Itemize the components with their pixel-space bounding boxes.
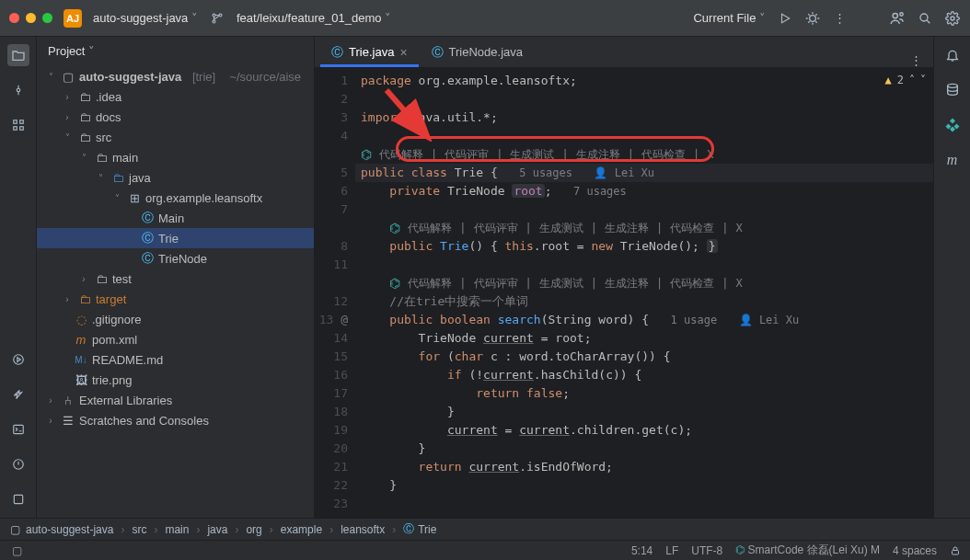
git-tool-icon[interactable] [7, 349, 29, 371]
tab-trienode[interactable]: Ⓒ TrieNode.java [421, 40, 534, 67]
commit-tool-icon[interactable] [7, 79, 29, 101]
warning-icon: ▲ [885, 74, 892, 86]
structure-tool-icon[interactable] [7, 114, 29, 136]
module-icon: ▢ [61, 69, 75, 84]
gutter: 1234 567 811 12 13 @ 14151617 18192021 2… [315, 68, 355, 518]
code-lens[interactable]: ⌬代码解释|代码评审|生成测试|生成注释|代码检查|X [361, 145, 715, 164]
readonly-lock-icon[interactable] [950, 545, 961, 556]
tree-item-idea[interactable]: .idea [96, 90, 121, 104]
run-config-selector[interactable]: Current File [693, 11, 766, 25]
indent-status[interactable]: 4 spaces [893, 544, 937, 557]
tree-root-path: ~/source/aise [229, 70, 301, 84]
smartcode-status[interactable]: SmartCode 徐磊(Lei Xu) M [748, 543, 880, 556]
tree-item-main-class[interactable]: Main [158, 211, 184, 225]
tree-root-tag: [trie] [192, 70, 215, 84]
smartcode-icon: ⌬ [361, 145, 372, 164]
more-icon[interactable]: ⋮ [832, 10, 849, 27]
svg-point-6 [900, 12, 903, 15]
class-icon: Ⓒ [140, 231, 155, 246]
search-icon[interactable] [917, 10, 933, 27]
crumb[interactable]: example [281, 523, 322, 536]
project-pane-title[interactable]: Project [48, 44, 95, 58]
svg-rect-18 [14, 495, 22, 503]
excluded-folder-icon: 🗀 [77, 291, 92, 306]
crumb[interactable]: main [165, 523, 189, 536]
crumb[interactable]: java [207, 523, 227, 536]
svg-point-1 [213, 20, 215, 23]
chevron-down-icon[interactable]: ˅ [920, 74, 926, 86]
problems-tool-icon[interactable] [7, 453, 29, 475]
folder-icon: 🗀 [94, 150, 109, 165]
tree-item-pom[interactable]: pom.xml [92, 333, 137, 347]
crumb[interactable]: src [132, 523, 146, 536]
project-tool-icon[interactable] [7, 44, 29, 66]
window-close[interactable] [9, 13, 19, 23]
debug-icon[interactable] [804, 10, 821, 27]
line-separator[interactable]: LF [665, 544, 678, 557]
tree-item-src[interactable]: src [96, 131, 111, 144]
tree-item-pkg[interactable]: org.example.leansoftx [145, 191, 262, 205]
image-icon: 🖼 [74, 372, 88, 387]
tree-item-readme[interactable]: README.md [92, 353, 163, 367]
class-icon: Ⓒ [432, 44, 444, 61]
show-toolwindows-icon[interactable]: ▢ [9, 543, 24, 558]
code-with-me-icon[interactable] [889, 10, 906, 27]
class-icon: Ⓒ [140, 211, 155, 225]
project-tree[interactable]: ˅▢ auto-suggest-java [trie] ~/source/ais… [37, 64, 314, 518]
tree-item-docs[interactable]: docs [96, 110, 121, 124]
window-maximize[interactable] [42, 13, 52, 23]
tree-root-name[interactable]: auto-suggest-java [79, 70, 181, 84]
folder-icon: 🗀 [77, 89, 92, 104]
smartcode-tool-icon[interactable] [941, 114, 964, 136]
window-minimize[interactable] [26, 13, 36, 23]
project-selector[interactable]: auto-suggest-java [93, 11, 198, 25]
tree-item-gitignore[interactable]: .gitignore [92, 313, 141, 326]
build-tool-icon[interactable] [7, 383, 29, 406]
breadcrumb[interactable]: ▢ auto-suggest-java src main java org ex… [0, 518, 970, 540]
close-tab-icon[interactable]: × [399, 45, 407, 60]
tree-item-trie-class[interactable]: Trie [158, 232, 179, 246]
code-lens[interactable]: ⌬代码解释|代码评审|生成测试|生成注释|代码检查|X [389, 219, 744, 237]
caret-position[interactable]: 5:14 [631, 544, 652, 557]
author-gutter-icon[interactable]: @ [341, 313, 348, 326]
file-encoding[interactable]: UTF-8 [691, 544, 722, 557]
crumb[interactable]: Trie [418, 523, 436, 536]
code-editor[interactable]: 1234 567 811 12 13 @ 14151617 18192021 2… [315, 68, 933, 518]
module-icon: ▢ [7, 522, 22, 537]
tree-item-target[interactable]: target [96, 292, 126, 306]
tab-trie[interactable]: Ⓒ Trie.java × [320, 40, 419, 67]
maven-tool-icon[interactable]: m [941, 149, 964, 171]
tree-item-triepng[interactable]: trie.png [92, 373, 132, 387]
tree-item-libs[interactable]: External Libraries [79, 394, 172, 407]
tab-overflow-icon[interactable]: ⋮ [910, 53, 924, 67]
crumb[interactable]: auto-suggest-java [26, 523, 113, 536]
gitignore-icon: ◌ [74, 312, 88, 326]
tree-item-scratches[interactable]: Scratches and Consoles [79, 414, 209, 428]
crumb[interactable]: leansoftx [341, 523, 385, 536]
chevron-up-icon[interactable]: ˄ [909, 74, 915, 86]
author-icon: 👤 [739, 314, 759, 326]
class-icon: Ⓒ [140, 251, 155, 266]
svg-rect-12 [13, 127, 17, 131]
tree-item-trienode-class[interactable]: TrieNode [158, 252, 207, 266]
class-icon: Ⓒ [403, 521, 414, 537]
settings-icon[interactable] [944, 10, 961, 27]
branch-selector[interactable]: feat/leixu/feature_01_demo [237, 11, 391, 25]
svg-rect-13 [19, 127, 23, 131]
smartcode-icon: ⌬ [389, 219, 400, 237]
svg-rect-10 [13, 120, 17, 124]
run-icon[interactable] [777, 10, 793, 27]
code-lens[interactable]: ⌬代码解释|代码评审|生成测试|生成注释|代码检查|X [389, 274, 744, 292]
vcs-tool-icon[interactable] [7, 488, 29, 510]
crumb[interactable]: org [246, 523, 261, 536]
tree-item-main[interactable]: main [112, 151, 138, 165]
problems-widget[interactable]: ▲ 2 ˄ ˅ [885, 74, 926, 86]
svg-point-4 [810, 15, 816, 21]
tree-item-test[interactable]: test [112, 272, 132, 286]
terminal-tool-icon[interactable] [7, 418, 29, 440]
tree-item-java[interactable]: java [129, 171, 151, 185]
database-tool-icon[interactable] [941, 79, 964, 101]
svg-point-5 [893, 13, 897, 17]
notifications-icon[interactable] [941, 44, 964, 66]
svg-rect-21 [953, 550, 959, 554]
